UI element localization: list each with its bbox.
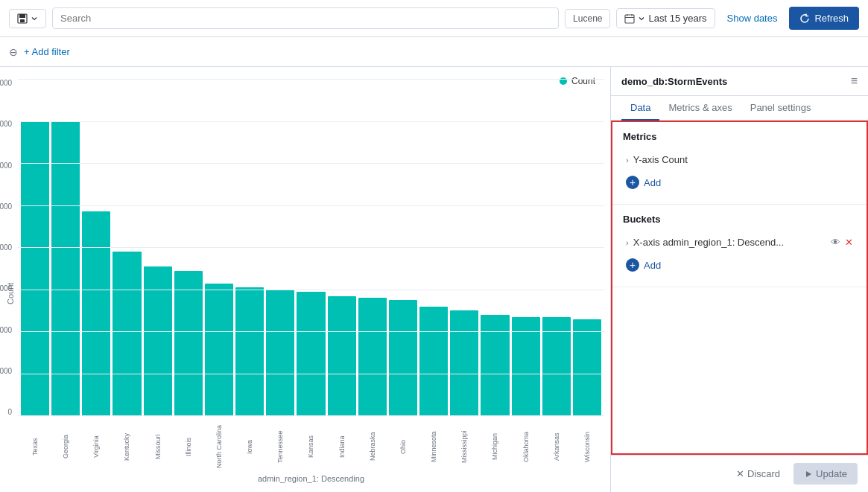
- right-panel: demo_db:StormEvents ≡ DataMetrics & axes…: [611, 67, 868, 492]
- y-label: 120,000: [0, 162, 12, 170]
- panel-title: demo_db:StormEvents: [621, 76, 727, 87]
- chart-area: Count Count 160,000140,000120,000100,000…: [0, 67, 611, 492]
- bar[interactable]: [113, 252, 141, 416]
- add-filter-button[interactable]: + Add filter: [24, 46, 70, 57]
- x-label: North Carolina: [205, 421, 233, 473]
- y-label: 0: [8, 408, 13, 416]
- bar[interactable]: [51, 121, 80, 416]
- buckets-section: Buckets › X-axis admin_region_1: Descend…: [612, 205, 867, 287]
- metrics-add-row[interactable]: + Add: [623, 170, 856, 195]
- eye-icon[interactable]: 👁: [831, 237, 840, 248]
- bar[interactable]: [266, 290, 294, 416]
- x-axis-labels: TexasGeorgiaVirginiaKentuckyMissouriIlli…: [18, 418, 604, 473]
- x-label: Kentucky: [113, 421, 141, 473]
- y-label: 60,000: [0, 284, 12, 293]
- x-label: Tennessee: [266, 421, 294, 473]
- bar[interactable]: [419, 307, 448, 416]
- x-label: Oklahoma: [512, 421, 540, 473]
- time-range-label: Last 15 years: [648, 13, 706, 24]
- bucket-label: X-axis admin_region_1: Descend...: [633, 237, 826, 248]
- y-label: 100,000: [0, 202, 12, 211]
- metric-label: Y-axis Count: [633, 154, 688, 165]
- refresh-button[interactable]: Refresh: [789, 7, 859, 30]
- discard-label: Discard: [747, 468, 780, 479]
- y-label: 140,000: [0, 120, 12, 128]
- buckets-add-row[interactable]: + Add: [623, 252, 856, 278]
- metrics-section-title: Metrics: [623, 131, 856, 142]
- y-label: 160,000: [0, 79, 12, 87]
- panel-tab-metrics-&-axes[interactable]: Metrics & axes: [659, 96, 741, 121]
- x-label: Indiana: [328, 421, 356, 473]
- bar[interactable]: [205, 284, 233, 416]
- gridline: [18, 121, 604, 122]
- bar[interactable]: [328, 296, 356, 416]
- bucket-row[interactable]: › X-axis admin_region_1: Descend... 👁 ✕: [623, 232, 856, 252]
- panel-header: demo_db:StormEvents ≡: [611, 67, 868, 96]
- gridline: [18, 79, 604, 80]
- bar[interactable]: [389, 300, 417, 416]
- gridline: [18, 205, 604, 206]
- time-picker[interactable]: Last 15 years: [616, 8, 715, 28]
- metrics-section: Metrics › Y-axis Count + Add: [612, 122, 867, 205]
- filter-bar: ⊖ + Add filter: [0, 37, 868, 67]
- y-label: 40,000: [0, 326, 12, 334]
- bar[interactable]: [512, 317, 540, 416]
- bar[interactable]: [573, 319, 601, 416]
- svg-rect-3: [625, 15, 634, 23]
- panel-tab-data[interactable]: Data: [621, 96, 659, 121]
- x-label: Illinois: [174, 421, 203, 473]
- bucket-close-icon[interactable]: ✕: [845, 237, 853, 248]
- play-icon: [804, 470, 813, 479]
- bar[interactable]: [82, 211, 110, 416]
- chevron-down-icon: [31, 15, 38, 22]
- panel-footer: ✕ Discard Update: [611, 455, 868, 492]
- y-label: 20,000: [0, 367, 12, 375]
- bar[interactable]: [297, 292, 325, 416]
- x-label: Ohio: [389, 421, 417, 473]
- bar[interactable]: [21, 121, 49, 416]
- lucene-toggle[interactable]: Lucene: [565, 9, 610, 28]
- save-button[interactable]: [9, 9, 46, 28]
- x-label: Minnesota: [419, 421, 448, 473]
- add-circle-metrics: +: [626, 176, 639, 189]
- bar[interactable]: [542, 317, 571, 416]
- bucket-chevron-icon: ›: [626, 238, 629, 247]
- x-label: Texas: [21, 421, 49, 473]
- x-label: Kansas: [297, 421, 325, 473]
- svg-rect-1: [19, 14, 25, 18]
- x-label: Nebraska: [358, 421, 387, 473]
- y-label: 80,000: [0, 243, 12, 252]
- panel-menu-icon[interactable]: ≡: [851, 74, 858, 88]
- bar[interactable]: [174, 271, 203, 416]
- refresh-label: Refresh: [814, 13, 849, 24]
- svg-rect-2: [20, 19, 25, 22]
- x-axis-title: admin_region_1: Descending: [18, 474, 604, 486]
- bars-container: 160,000140,000120,000100,00080,00060,000…: [18, 79, 604, 416]
- bar[interactable]: [235, 287, 264, 416]
- filter-icon[interactable]: ⊖: [9, 46, 18, 58]
- x-label: Wisconsin: [573, 421, 601, 473]
- gridline: [18, 163, 604, 164]
- chart-inner: 160,000140,000120,000100,00080,00060,000…: [18, 79, 604, 486]
- discard-button[interactable]: ✕ Discard: [729, 464, 788, 484]
- buckets-add-label: Add: [644, 260, 661, 271]
- bar[interactable]: [450, 310, 478, 416]
- update-button[interactable]: Update: [793, 463, 858, 485]
- bar[interactable]: [481, 315, 509, 416]
- panel-tab-panel-settings[interactable]: Panel settings: [741, 96, 820, 121]
- metrics-add-label: Add: [644, 177, 661, 188]
- panel-tabs: DataMetrics & axesPanel settings: [611, 96, 868, 121]
- search-input[interactable]: [52, 7, 559, 29]
- discard-x-icon: ✕: [736, 468, 744, 479]
- chevron-down-icon-time: [638, 15, 645, 22]
- metric-row[interactable]: › Y-axis Count: [623, 150, 856, 170]
- add-circle-buckets: +: [626, 258, 639, 272]
- x-label: Iowa: [235, 421, 264, 473]
- bar[interactable]: [144, 266, 172, 416]
- x-label: Georgia: [51, 421, 80, 473]
- panel-body: Metrics › Y-axis Count + Add Buckets › X…: [611, 121, 868, 455]
- x-label: Virginia: [82, 421, 110, 473]
- bar[interactable]: [358, 298, 387, 416]
- show-dates-button[interactable]: Show dates: [721, 9, 784, 28]
- calendar-icon: [624, 13, 635, 24]
